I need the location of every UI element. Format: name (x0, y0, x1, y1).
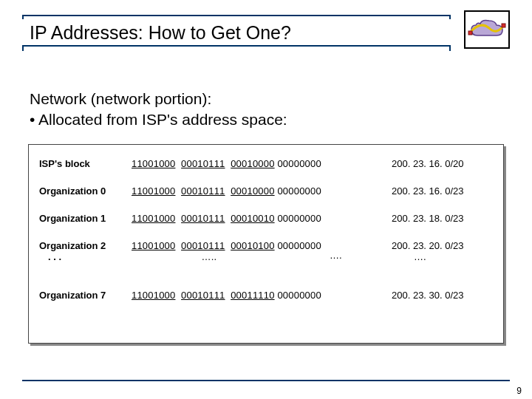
ellipsis: ….. (132, 251, 287, 262)
svg-rect-0 (468, 31, 472, 35)
allocation-table: ISP's block 11001000 00010111 00010000 0… (28, 144, 504, 344)
page-title: IP Addresses: How to Get One? (22, 19, 451, 45)
row-label: Organization 0 (39, 185, 132, 197)
row-bits: 11001000 00010111 00010000 00000000 (132, 185, 383, 197)
intro-line-1: Network (network portion): (30, 89, 287, 109)
table-row: Organization 7 11001000 00010111 0001111… (39, 290, 493, 301)
row-bits: 11001000 00010111 00010000 00000000 (132, 158, 383, 169)
row-cidr: 200. 23. 16. 0/20 (383, 158, 482, 169)
page-number: 9 (516, 386, 522, 396)
intro-text: Network (network portion): • Allocated f… (30, 89, 287, 131)
svg-rect-1 (502, 24, 505, 27)
row-label: Organization 1 (39, 213, 132, 224)
footer-rule (22, 380, 510, 381)
row-cidr: 200. 23. 18. 0/23 (383, 213, 482, 224)
table-row: Organization 1 11001000 00010111 0001001… (39, 213, 493, 224)
row-label: ISP's block (39, 158, 132, 169)
row-cidr: 200. 23. 30. 0/23 (383, 290, 482, 301)
row-bits: 11001000 00010111 00010010 00000000 (132, 213, 383, 224)
row-label: Organization 7 (39, 290, 132, 301)
row-cidr: 200. 23. 16. 0/23 (383, 185, 482, 197)
row-cidr: 200. 23. 20. 0/23 …. …. (383, 240, 482, 273)
title-block: IP Addresses: How to Get One? (22, 15, 451, 50)
row-label: Organization 2 . . . (39, 240, 132, 262)
intro-line-2: • Allocated from ISP's address space: (30, 109, 287, 130)
network-cloud-icon (464, 10, 510, 49)
row-bits: 11001000 00010111 00011110 00000000 (132, 290, 383, 301)
table-row: Organization 0 11001000 00010111 0001000… (39, 185, 493, 197)
ellipsis: . . . (39, 251, 132, 262)
ellipsis: …. (325, 250, 416, 261)
table-row: Organization 2 . . . 11001000 00010111 0… (39, 240, 493, 273)
table-row: ISP's block 11001000 00010111 00010000 0… (39, 158, 493, 169)
